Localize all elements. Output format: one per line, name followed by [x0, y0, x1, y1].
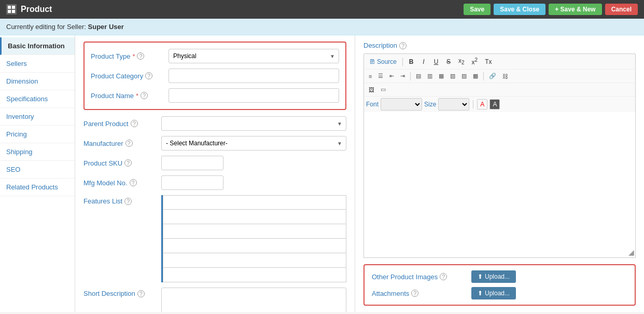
features-list-help-icon[interactable]: ?: [124, 198, 132, 205]
cancel-button[interactable]: Cancel: [605, 4, 638, 15]
save-button[interactable]: Save: [464, 4, 491, 15]
parent-product-label: Parent Product ?: [83, 120, 161, 128]
product-sku-help-icon[interactable]: ?: [124, 159, 132, 167]
left-panel: Product Type * ? Physical Digital Servic…: [75, 35, 355, 312]
manufacturer-help-icon[interactable]: ?: [125, 140, 133, 147]
manufacturer-select[interactable]: - Select Manufacturer-: [161, 136, 346, 151]
parent-product-help-icon[interactable]: ?: [131, 120, 138, 127]
product-category-help-icon[interactable]: ?: [145, 72, 152, 79]
toolbar-underline-btn[interactable]: U: [430, 57, 442, 67]
toolbar-image-btn[interactable]: 🖼: [366, 85, 377, 94]
short-description-row: Short Description ?: [83, 288, 346, 312]
sidebar-item-pricing[interactable]: Pricing: [0, 126, 75, 143]
product-icon: [6, 4, 17, 15]
content-area: Product Type * ? Physical Digital Servic…: [75, 35, 644, 312]
product-type-select[interactable]: Physical Digital Service: [169, 49, 339, 63]
required-star-name: *: [136, 92, 138, 100]
sidebar-item-inventory[interactable]: Inventory: [0, 108, 75, 126]
top-header: Product Save Save & Close + Save & New C…: [0, 0, 644, 19]
toolbar-align-center-btn[interactable]: ▥: [425, 71, 435, 81]
sidebar: Basic Information Sellers Dimension Spec…: [0, 35, 75, 312]
bg-color-btn[interactable]: A: [489, 99, 500, 110]
sidebar-item-related-products[interactable]: Related Products: [0, 179, 75, 196]
upload-other-icon: ⬆: [478, 273, 483, 280]
toolbar-source-btn[interactable]: 🖹 Source: [366, 57, 400, 67]
features-input-6[interactable]: [163, 268, 346, 282]
attachments-label: Attachments ?: [372, 290, 465, 297]
toolbar-unlink-btn[interactable]: ⛓: [500, 72, 511, 81]
description-help-icon[interactable]: ?: [399, 42, 407, 49]
short-description-textarea[interactable]: [161, 288, 346, 312]
features-input-3[interactable]: [163, 224, 346, 239]
other-images-help-icon[interactable]: ?: [440, 273, 447, 280]
svg-rect-0: [8, 6, 11, 9]
sidebar-item-seo[interactable]: SEO: [0, 161, 75, 179]
sidebar-item-specifications[interactable]: Specifications: [0, 90, 75, 108]
product-category-input[interactable]: [169, 69, 339, 83]
toolbar-align-full-btn[interactable]: ▨: [459, 71, 469, 81]
toolbar-superscript-btn[interactable]: x2: [469, 56, 481, 67]
size-select[interactable]: [438, 98, 469, 111]
product-sku-input[interactable]: [161, 156, 223, 170]
header-actions: Save Save & Close + Save & New Cancel: [464, 4, 638, 15]
toolbar-italic-btn[interactable]: I: [418, 57, 429, 67]
parent-product-select-wrapper: ▼: [161, 116, 346, 131]
sidebar-item-dimension[interactable]: Dimension: [0, 73, 75, 90]
toolbar-align-right-btn[interactable]: ▦: [436, 71, 446, 81]
toolbar-media-btn[interactable]: ▭: [378, 85, 388, 94]
sidebar-item-sellers[interactable]: Sellers: [0, 55, 75, 73]
editor-body[interactable]: ◢: [363, 112, 636, 258]
short-description-label: Short Description ?: [83, 288, 161, 297]
editor-resize-handle[interactable]: ◢: [628, 248, 634, 256]
toolbar-list-ordered-btn[interactable]: ≡: [366, 72, 374, 81]
toolbar-divider-2: [410, 72, 411, 80]
toolbar-strikethrough-btn[interactable]: S: [443, 57, 454, 67]
toolbar-divider-1: [402, 58, 403, 66]
save-new-button[interactable]: + Save & New: [549, 4, 601, 15]
attachments-upload-button[interactable]: ⬆ Upload...: [471, 287, 516, 299]
mfg-model-help-icon[interactable]: ?: [130, 179, 137, 186]
toolbar-subscript-btn[interactable]: x2: [455, 56, 468, 67]
other-images-section: Other Product Images ? ⬆ Upload... Attac…: [363, 264, 636, 306]
toolbar-row-1: 🖹 Source B I U S x2 x2 Tx: [364, 54, 635, 70]
parent-product-select[interactable]: [161, 116, 346, 131]
features-input-4[interactable]: [163, 239, 346, 253]
product-name-input[interactable]: [169, 88, 339, 103]
toolbar-indent-btn[interactable]: ⇥: [398, 71, 408, 81]
toolbar-align-extra-btn[interactable]: ▩: [470, 71, 481, 81]
toolbar-bold-btn[interactable]: B: [405, 57, 417, 67]
toolbar-clear-format-btn[interactable]: Tx: [482, 57, 495, 67]
save-close-button[interactable]: Save & Close: [494, 4, 545, 15]
font-select[interactable]: [381, 98, 422, 111]
upload-attachments-icon: ⬆: [478, 290, 483, 297]
other-images-upload-button[interactable]: ⬆ Upload...: [471, 270, 516, 283]
app-title: Product: [21, 5, 52, 14]
description-label-row: Description ?: [363, 42, 636, 49]
product-name-label: Product Name * ?: [91, 92, 169, 100]
toolbar-divider-4: [473, 100, 473, 108]
product-sku-row: Product SKU ?: [83, 156, 346, 170]
toolbar-align-justify-btn[interactable]: ▧: [447, 71, 458, 81]
toolbar-list-unordered-btn[interactable]: ☰: [375, 71, 386, 81]
product-name-help-icon[interactable]: ?: [141, 92, 148, 99]
product-name-row: Product Name * ?: [91, 88, 339, 103]
source-icon: 🖹: [369, 58, 375, 65]
attachments-help-icon[interactable]: ?: [411, 290, 418, 297]
toolbar-row-3: 🖼 ▭: [364, 83, 635, 97]
toolbar-link-btn[interactable]: 🔗: [486, 71, 499, 81]
toolbar-outdent-btn[interactable]: ⇤: [387, 71, 397, 81]
required-star: *: [132, 52, 135, 60]
features-input-1[interactable]: [163, 195, 346, 210]
svg-rect-1: [12, 6, 15, 9]
short-description-help-icon[interactable]: ?: [137, 290, 145, 297]
product-type-help-icon[interactable]: ?: [137, 52, 144, 60]
toolbar-align-left-btn[interactable]: ▤: [413, 71, 424, 81]
sidebar-item-shipping[interactable]: Shipping: [0, 143, 75, 161]
mfg-model-input[interactable]: [161, 175, 223, 190]
sidebar-item-basic-information[interactable]: Basic Information: [0, 37, 75, 55]
features-input-2[interactable]: [163, 210, 346, 224]
features-input-5[interactable]: [163, 253, 346, 268]
required-fields-section: Product Type * ? Physical Digital Servic…: [83, 42, 346, 110]
font-color-btn[interactable]: A: [477, 99, 487, 110]
other-images-row: Other Product Images ? ⬆ Upload...: [372, 270, 627, 283]
